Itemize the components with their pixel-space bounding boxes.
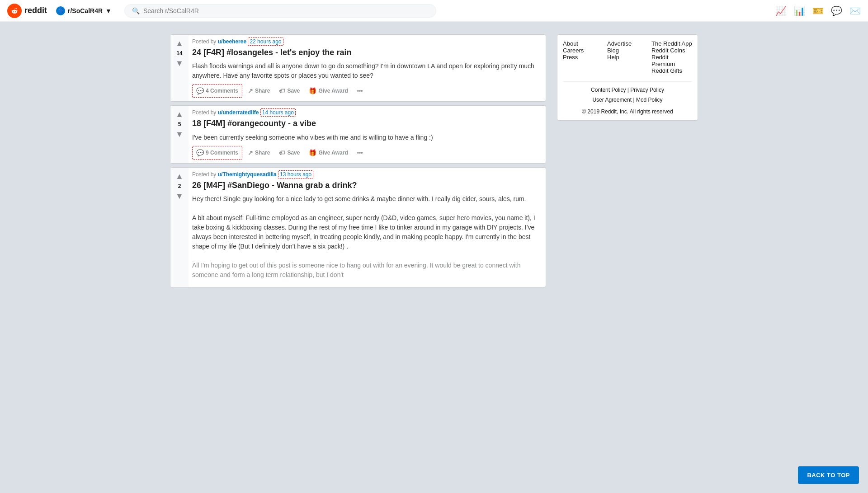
share-label: Share xyxy=(255,88,270,94)
sidebar: About Careers Press Advertise Blog Help … xyxy=(557,27,698,121)
post-meta: Posted by u/Themightyquesadilla 13 hours… xyxy=(192,171,542,178)
post-card: ▲ 5 ▼ Posted by u/underratedlife 14 hour… xyxy=(170,105,546,163)
post-author[interactable]: u/beeheree xyxy=(218,38,246,45)
posted-by-label: Posted by xyxy=(192,38,216,45)
privacy-policy-link[interactable]: Privacy Policy xyxy=(630,87,664,93)
chart-icon[interactable]: 📊 xyxy=(794,5,805,16)
bookmark-icon: 🏷 xyxy=(279,87,285,94)
sidebar-link-reddit-premium[interactable]: Reddit Premium xyxy=(651,54,675,67)
save-label: Save xyxy=(287,88,300,94)
vote-count: 2 xyxy=(178,183,181,189)
comments-count: 9 Comments xyxy=(206,150,238,156)
post-actions: 💬 4 Comments ↗ Share 🏷 Save 🎁 Give Award xyxy=(192,84,542,98)
sidebar-link-about[interactable]: About xyxy=(563,40,578,47)
reddit-logo-circle xyxy=(7,4,22,18)
sidebar-link-advertise[interactable]: Advertise xyxy=(607,40,632,47)
post-body: I've been currently seeking someone who … xyxy=(192,133,542,142)
subreddit-icon: 🔵 xyxy=(56,6,65,15)
post-timestamp: 14 hours ago xyxy=(260,108,296,117)
user-agreement-link[interactable]: User Agreement xyxy=(592,97,632,103)
premium-icon[interactable]: 🎫 xyxy=(812,5,824,16)
upvote-button[interactable]: ▲ xyxy=(175,109,184,119)
post-meta: Posted by u/underratedlife 14 hours ago xyxy=(192,109,542,116)
share-button[interactable]: ↗ Share xyxy=(244,146,274,159)
post-body-faded: All I'm hoping to get out of this post i… xyxy=(192,262,520,278)
give-award-button[interactable]: 🎁 Give Award xyxy=(305,85,351,97)
share-icon: ↗ xyxy=(248,149,253,156)
save-label: Save xyxy=(287,150,300,156)
post-title[interactable]: 18 [F4M] #orangecounty - a vibe xyxy=(192,118,542,129)
sidebar-link-blog[interactable]: Blog xyxy=(607,47,619,54)
comments-count: 4 Comments xyxy=(206,88,238,94)
sidebar-link-help[interactable]: Help xyxy=(607,54,619,61)
search-bar[interactable]: 🔍 xyxy=(124,4,436,18)
comments-button[interactable]: 💬 4 Comments xyxy=(192,84,242,98)
downvote-button[interactable]: ▼ xyxy=(175,191,184,201)
sidebar-divider xyxy=(563,81,692,82)
post-title[interactable]: 24 [F4R] #losangeles - let's enjoy the r… xyxy=(192,47,542,58)
chat-icon[interactable]: 💬 xyxy=(831,5,842,16)
sidebar-link-reddit-gifts[interactable]: Reddit Gifts xyxy=(651,67,682,74)
post-author[interactable]: u/underratedlife xyxy=(218,109,259,116)
sidebar-widget: About Careers Press Advertise Blog Help … xyxy=(557,34,698,121)
post-actions: 💬 9 Comments ↗ Share 🏷 Save 🎁 Give Award xyxy=(192,146,542,160)
vote-column: ▲ 5 ▼ xyxy=(170,106,189,163)
upvote-button[interactable]: ▲ xyxy=(175,171,184,181)
vote-column: ▲ 14 ▼ xyxy=(170,35,189,101)
award-label: Give Award xyxy=(318,88,348,94)
save-button[interactable]: 🏷 Save xyxy=(275,85,303,97)
sidebar-link-careers[interactable]: Careers xyxy=(563,47,584,54)
search-icon: 🔍 xyxy=(132,7,140,14)
topnav-actions: 📈 📊 🎫 💬 ✉️ xyxy=(775,5,861,16)
award-icon: 🎁 xyxy=(309,149,316,156)
more-options-button[interactable]: ••• xyxy=(354,85,367,97)
inbox-icon[interactable]: ✉️ xyxy=(849,5,861,16)
post-content: Posted by u/Themightyquesadilla 13 hours… xyxy=(189,168,546,287)
comment-icon: 💬 xyxy=(196,87,204,94)
downvote-button[interactable]: ▼ xyxy=(175,58,184,68)
post-card: ▲ 14 ▼ Posted by u/beeheree 22 hours ago… xyxy=(170,34,546,102)
comments-button[interactable]: 💬 9 Comments xyxy=(192,146,242,160)
sidebar-link-reddit-app[interactable]: The Reddit App xyxy=(651,40,692,47)
post-timestamp: 13 hours ago xyxy=(278,170,313,178)
more-options-button[interactable]: ••• xyxy=(354,147,367,159)
sidebar-copyright: © 2019 Reddit, Inc. All rights reserved xyxy=(563,108,692,115)
chevron-down-icon: ▼ xyxy=(105,7,112,14)
vote-column: ▲ 2 ▼ xyxy=(170,168,189,287)
post-content: Posted by u/beeheree 22 hours ago 24 [F4… xyxy=(189,35,546,101)
vote-count: 14 xyxy=(176,50,182,56)
mod-policy-link[interactable]: Mod Policy xyxy=(636,97,663,103)
ellipsis-icon: ••• xyxy=(357,88,363,94)
sidebar-link-reddit-coins[interactable]: Reddit Coins xyxy=(651,47,685,54)
posted-by-label: Posted by xyxy=(192,171,216,178)
sidebar-col2: Advertise Blog Help xyxy=(607,40,648,74)
trending-icon[interactable]: 📈 xyxy=(775,5,787,16)
sidebar-link-press[interactable]: Press xyxy=(563,54,578,61)
sidebar-policy-links: Content Policy | Privacy Policy User Agr… xyxy=(563,85,692,105)
search-input[interactable] xyxy=(143,7,429,14)
bookmark-icon: 🏷 xyxy=(279,149,285,156)
post-timestamp: 22 hours ago xyxy=(248,38,283,46)
share-label: Share xyxy=(255,150,270,156)
upvote-button[interactable]: ▲ xyxy=(175,38,184,48)
subreddit-name: r/SoCalR4R xyxy=(68,7,103,14)
content-policy-link[interactable]: Content Policy xyxy=(591,87,626,93)
post-content: Posted by u/underratedlife 14 hours ago … xyxy=(189,106,546,163)
page-layout: ▲ 14 ▼ Posted by u/beeheree 22 hours ago… xyxy=(163,0,705,287)
save-button[interactable]: 🏷 Save xyxy=(275,146,303,159)
subreddit-selector[interactable]: 🔵 r/SoCalR4R ▼ xyxy=(52,5,115,17)
post-author[interactable]: u/Themightyquesadilla xyxy=(218,171,277,178)
posted-by-label: Posted by xyxy=(192,109,216,116)
share-button[interactable]: ↗ Share xyxy=(244,85,274,97)
reddit-logo[interactable]: reddit xyxy=(7,4,47,18)
give-award-button[interactable]: 🎁 Give Award xyxy=(305,146,351,159)
post-body: Flash floods warnings and all is anyone … xyxy=(192,61,542,80)
post-meta: Posted by u/beeheree 22 hours ago xyxy=(192,38,542,45)
sidebar-links: About Careers Press Advertise Blog Help … xyxy=(563,40,692,74)
sidebar-col3: The Reddit App Reddit Coins Reddit Premi… xyxy=(651,40,692,74)
main-content: ▲ 14 ▼ Posted by u/beeheree 22 hours ago… xyxy=(170,27,546,287)
downvote-button[interactable]: ▼ xyxy=(175,129,184,139)
share-icon: ↗ xyxy=(248,87,253,94)
post-title[interactable]: 26 [M4F] #SanDiego - Wanna grab a drink? xyxy=(192,180,542,191)
vote-count: 5 xyxy=(178,121,181,127)
